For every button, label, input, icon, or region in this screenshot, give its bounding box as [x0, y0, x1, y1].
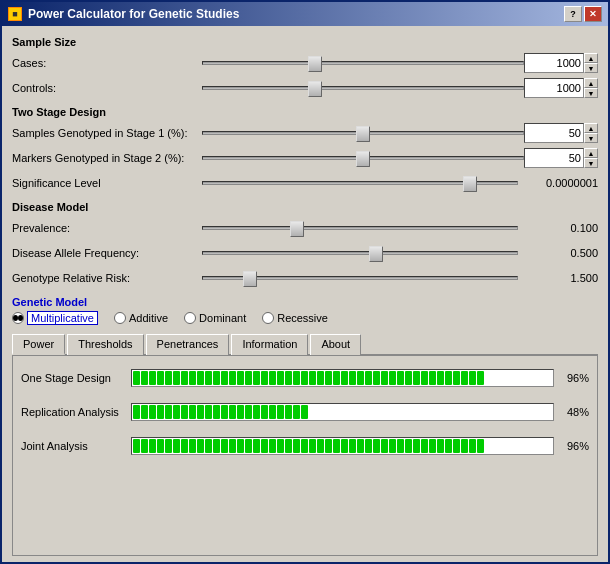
stage2-input[interactable] — [524, 148, 584, 168]
stage1-spin-btns: ▲ ▼ — [584, 123, 598, 143]
cases-input[interactable] — [524, 53, 584, 73]
progress-segment — [421, 439, 428, 453]
controls-track — [202, 86, 524, 90]
stage1-thumb[interactable] — [356, 126, 370, 142]
sig-thumb[interactable] — [463, 176, 477, 192]
prevalence-slider[interactable] — [202, 218, 518, 238]
stage1-track — [202, 131, 524, 135]
radio-additive[interactable]: Additive — [114, 312, 168, 324]
tab-about[interactable]: About — [310, 334, 361, 355]
cases-slider[interactable] — [202, 53, 524, 73]
freq-slider[interactable] — [202, 243, 518, 263]
help-button[interactable]: ? — [564, 6, 582, 22]
controls-spin-up[interactable]: ▲ — [584, 78, 598, 88]
freq-label: Disease Allele Frequency: — [12, 247, 202, 259]
stage1-slider[interactable] — [202, 123, 524, 143]
progress-segment — [165, 439, 172, 453]
tab-power[interactable]: Power — [12, 334, 65, 355]
progress-segment — [181, 405, 188, 419]
sig-track — [202, 181, 518, 185]
progress-segment — [317, 371, 324, 385]
close-button[interactable]: ✕ — [584, 6, 602, 22]
freq-row: Disease Allele Frequency: 0.500 — [12, 242, 598, 264]
stage2-spin-up[interactable]: ▲ — [584, 148, 598, 158]
progress-segment — [133, 371, 140, 385]
tabs-area: Power Thresholds Penetrances Information… — [12, 333, 598, 556]
progress-segment — [445, 439, 452, 453]
progress-segment — [133, 405, 140, 419]
controls-thumb[interactable] — [308, 81, 322, 97]
radio-multiplicative[interactable]: Multiplicative — [12, 311, 98, 325]
progress-segment — [253, 405, 260, 419]
progress-segment — [253, 439, 260, 453]
sig-slider[interactable] — [202, 173, 518, 193]
controls-input[interactable] — [524, 78, 584, 98]
freq-thumb[interactable] — [369, 246, 383, 262]
progress-label: Joint Analysis — [21, 440, 131, 452]
stage1-input[interactable] — [524, 123, 584, 143]
progress-segment — [141, 439, 148, 453]
progress-label: Replication Analysis — [21, 406, 131, 418]
stage2-spin-down[interactable]: ▼ — [584, 158, 598, 168]
progress-segment — [453, 371, 460, 385]
radio-recessive[interactable]: Recessive — [262, 312, 328, 324]
progress-segment — [285, 371, 292, 385]
tab-thresholds[interactable]: Thresholds — [67, 334, 143, 355]
progress-segment — [261, 371, 268, 385]
progress-segment — [205, 405, 212, 419]
tab-information[interactable]: Information — [231, 334, 308, 355]
progress-segment — [333, 371, 340, 385]
progress-segment — [133, 439, 140, 453]
progress-segment — [141, 371, 148, 385]
controls-slider[interactable] — [202, 78, 524, 98]
stage2-track — [202, 156, 524, 160]
radio-additive-label: Additive — [129, 312, 168, 324]
progress-segment — [293, 439, 300, 453]
progress-segment — [237, 439, 244, 453]
progress-segment — [477, 439, 484, 453]
controls-spin-down[interactable]: ▼ — [584, 88, 598, 98]
cases-spin-btns: ▲ ▼ — [584, 53, 598, 73]
risk-row: Genotype Relative Risk: 1.500 — [12, 267, 598, 289]
progress-segment — [309, 371, 316, 385]
progress-segment — [269, 371, 276, 385]
cases-thumb[interactable] — [308, 56, 322, 72]
stage1-spin-down[interactable]: ▼ — [584, 133, 598, 143]
cases-spin-down[interactable]: ▼ — [584, 63, 598, 73]
radio-recessive-label: Recessive — [277, 312, 328, 324]
progress-segment — [397, 371, 404, 385]
radio-dominant[interactable]: Dominant — [184, 312, 246, 324]
progress-segment — [261, 405, 268, 419]
progress-segment — [141, 405, 148, 419]
cases-spin-up[interactable]: ▲ — [584, 53, 598, 63]
progress-segment — [237, 405, 244, 419]
progress-segment — [429, 371, 436, 385]
tab-penetrances[interactable]: Penetrances — [146, 334, 230, 355]
progress-segment — [213, 405, 220, 419]
risk-slider[interactable] — [202, 268, 518, 288]
progress-segment — [157, 371, 164, 385]
risk-thumb[interactable] — [243, 271, 257, 287]
stage2-thumb[interactable] — [356, 151, 370, 167]
progress-segment — [365, 371, 372, 385]
progress-segment — [421, 371, 428, 385]
progress-bar — [131, 437, 554, 455]
prevalence-row: Prevalence: 0.100 — [12, 217, 598, 239]
progress-segment — [165, 405, 172, 419]
content-area: Sample Size Cases: ▲ ▼ Controls: — [2, 26, 608, 562]
progress-segment — [221, 371, 228, 385]
progress-segment — [205, 371, 212, 385]
controls-spinner: ▲ ▼ — [524, 78, 598, 98]
stage2-slider[interactable] — [202, 148, 524, 168]
progress-bar-fill — [132, 370, 485, 386]
radio-dominant-label: Dominant — [199, 312, 246, 324]
progress-bar-fill — [132, 404, 309, 420]
sig-value: 0.0000001 — [518, 177, 598, 189]
progress-segment — [149, 371, 156, 385]
disease-model-title: Disease Model — [12, 201, 598, 213]
stage1-spin-up[interactable]: ▲ — [584, 123, 598, 133]
radio-additive-circle — [114, 312, 126, 324]
stage2-label: Markers Genotyped in Stage 2 (%): — [12, 152, 202, 164]
cases-track — [202, 61, 524, 65]
prevalence-thumb[interactable] — [290, 221, 304, 237]
